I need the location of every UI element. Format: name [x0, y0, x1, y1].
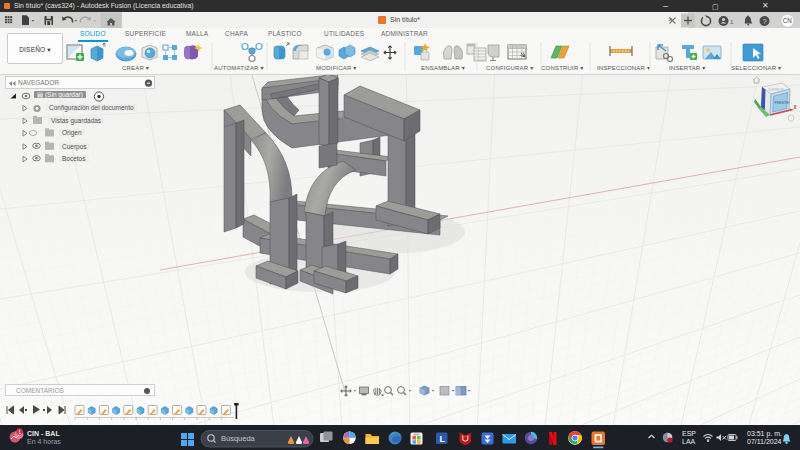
svg-text:1: 1	[730, 19, 734, 25]
svg-text:Búsqueda: Búsqueda	[221, 434, 256, 443]
svg-text:FRENTE: FRENTE	[775, 101, 790, 105]
svg-text:CN: CN	[783, 17, 793, 24]
svg-text:?: ?	[763, 17, 767, 26]
svg-text:SUPERIOR: SUPERIOR	[768, 88, 785, 92]
svg-text:1: 1	[18, 429, 21, 435]
svg-text:X: X	[794, 105, 797, 110]
svg-text:L: L	[440, 434, 446, 444]
